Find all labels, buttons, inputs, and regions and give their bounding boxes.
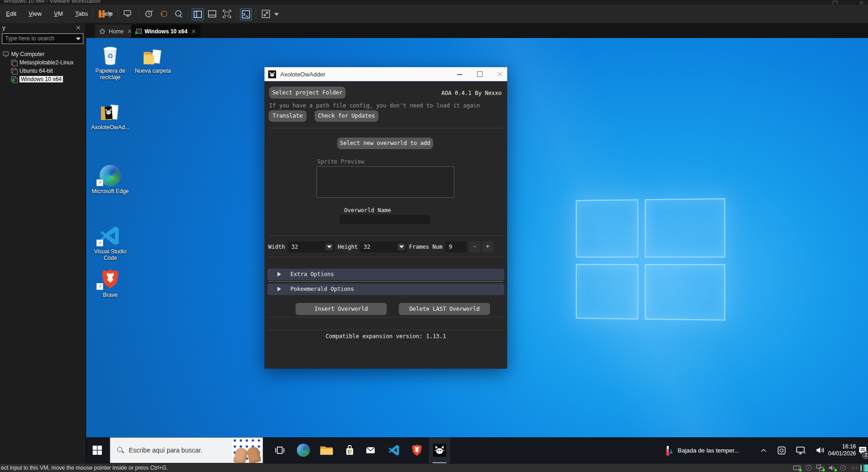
usb-status-icon[interactable] <box>839 465 848 471</box>
console-view-icon[interactable] <box>240 8 252 20</box>
library-header-fragment: y <box>2 24 6 31</box>
desktop-icon-recycle-bin[interactable]: ♻ Papelera de reciclaje <box>90 42 131 81</box>
separator <box>268 257 503 257</box>
close-library-icon[interactable] <box>75 25 81 31</box>
width-combobox[interactable]: 32 <box>288 241 335 252</box>
notification-center-button[interactable]: 2 <box>857 437 868 463</box>
fullscreen-prompt-icon[interactable] <box>863 465 868 472</box>
vmware-tabstrip: Home Windows 10 x64 <box>86 23 868 38</box>
axolote-app-icon <box>268 70 276 78</box>
sidebar-item-metasploitable[interactable]: Metasploitable2-Linux <box>11 58 74 67</box>
restore-window-icon[interactable] <box>833 1 837 5</box>
maximize-icon[interactable] <box>472 67 488 81</box>
taskbar-search-input[interactable]: Escribe aquí para buscar. <box>110 437 263 463</box>
pokeemerald-options-expander[interactable]: Pokeemerald Options <box>267 283 504 295</box>
weather-label: Bajada de las temper... <box>678 447 739 454</box>
desktop-icon-axolote-folder[interactable]: AxoloteOwAd... <box>90 98 131 131</box>
delete-last-overworld-button[interactable]: Delete LAST Overworld <box>399 303 490 315</box>
app-titlebar[interactable]: AxoloteOwAdder <box>264 67 507 81</box>
chevron-down-icon[interactable] <box>108 13 113 15</box>
desktop-icon-label: Microsoft Edge <box>90 188 131 195</box>
take-snapshot-icon[interactable] <box>144 8 155 19</box>
show-library-toggle-icon[interactable] <box>192 8 204 20</box>
menu-view[interactable]: View <box>24 5 47 23</box>
weather-widget[interactable]: Bajada de las temper... <box>664 437 748 463</box>
height-combobox[interactable]: 32 <box>360 241 407 252</box>
frames-num-input[interactable]: 9 <box>445 241 466 252</box>
sidebar-item-windows10[interactable]: Windows 10 x64 <box>11 75 63 83</box>
recycle-glyph: ♻ <box>107 52 113 60</box>
menu-tabs[interactable]: Tabs <box>70 5 93 23</box>
translate-button[interactable]: Translate <box>269 110 307 122</box>
taskbar-axolote-button-active[interactable] <box>429 437 450 463</box>
insert-overworld-button[interactable]: Insert Overworld <box>296 303 387 315</box>
desktop-icon-new-folder[interactable]: Nueva carpeta <box>132 42 173 74</box>
close-tab-icon[interactable] <box>191 29 196 34</box>
task-view-button[interactable] <box>270 437 290 463</box>
desktop-icon-brave[interactable]: ↗ Brave <box>90 266 131 298</box>
taskbar-brave-button[interactable] <box>407 437 427 463</box>
extra-options-expander[interactable]: Extra Options <box>267 269 504 280</box>
chevron-down-icon[interactable] <box>76 38 81 40</box>
select-project-folder-button[interactable]: Select project Folder <box>269 87 346 99</box>
toolbar-separator <box>139 9 139 19</box>
tray-volume-button[interactable] <box>811 437 829 463</box>
tab-home-label: Home <box>109 28 124 35</box>
separator <box>268 281 503 282</box>
sidebar-item-my-computer[interactable]: My Computer <box>3 50 44 58</box>
close-window-icon[interactable] <box>859 0 864 5</box>
show-thumbnail-bar-icon[interactable] <box>207 8 218 19</box>
tab-windows10[interactable]: Windows 10 x64 <box>131 25 201 38</box>
taskbar-explorer-button[interactable] <box>316 437 337 463</box>
vmware-statusbar: ect input to this VM, move the mouse poi… <box>0 463 868 472</box>
chevron-down-icon[interactable] <box>274 13 279 16</box>
frames-decrement-button[interactable]: - <box>469 241 480 252</box>
toolbar-separator <box>118 9 118 19</box>
axolote-folder-icon <box>90 98 131 122</box>
select-new-overworld-button[interactable]: Select new overworld to add <box>337 138 433 149</box>
menu-edit[interactable]: Edit <box>1 5 21 23</box>
taskbar-store-button[interactable] <box>339 437 360 463</box>
taskbar-vscode-button[interactable] <box>384 437 405 463</box>
vm-screen-icon <box>135 29 141 34</box>
tray-expand-button[interactable] <box>757 437 770 463</box>
tray-vmware-tools-button[interactable] <box>773 437 790 463</box>
library-search-input[interactable]: Type here to search <box>2 33 83 44</box>
vscode-icon <box>388 444 400 456</box>
send-ctrl-alt-del-icon[interactable] <box>122 8 133 19</box>
cd-dvd-status-icon[interactable] <box>805 465 813 471</box>
pause-icon <box>102 10 105 18</box>
menu-vm[interactable]: VM <box>49 5 68 23</box>
desktop-icon-vscode[interactable]: ↗ Visual Studio Code <box>90 222 131 261</box>
file-explorer-icon <box>320 445 333 456</box>
close-icon[interactable] <box>492 67 508 81</box>
fullscreen-icon[interactable] <box>221 8 233 19</box>
taskbar-edge-button[interactable] <box>293 437 314 463</box>
chevron-down-icon[interactable] <box>325 243 333 251</box>
taskbar-mail-button[interactable] <box>360 437 381 463</box>
start-button[interactable] <box>86 437 108 463</box>
desktop-icon-edge[interactable]: ↗ Microsoft Edge <box>90 162 131 195</box>
network-adapter-status-icon[interactable] <box>816 465 824 471</box>
taskbar-clock[interactable]: 16:16 04/01/2026 <box>829 437 855 463</box>
brave-icon <box>411 444 423 457</box>
notification-count-badge: 2 <box>862 451 868 459</box>
tab-home[interactable]: Home <box>95 25 137 38</box>
vm-icon <box>11 68 17 74</box>
check-updates-button[interactable]: Check for Updates <box>314 110 378 122</box>
wireless-status-icon[interactable] <box>850 465 859 471</box>
manage-snapshots-icon[interactable] <box>173 8 184 19</box>
stretch-guest-icon[interactable] <box>260 8 271 19</box>
frames-increment-button[interactable]: + <box>482 241 493 252</box>
thermometer-icon <box>664 444 673 457</box>
hard-disk-status-icon[interactable] <box>793 465 801 471</box>
revert-snapshot-icon[interactable] <box>158 8 170 19</box>
sidebar-item-ubuntu[interactable]: Ubuntu 64-bit <box>11 67 53 75</box>
tray-network-button[interactable] <box>792 437 810 463</box>
minimize-icon[interactable] <box>452 67 468 81</box>
overworld-name-input[interactable] <box>340 215 430 224</box>
chevron-down-icon[interactable] <box>397 243 405 251</box>
expander-arrow-icon <box>277 272 281 277</box>
sidebar-item-label: My Computer <box>11 51 44 57</box>
sound-status-icon[interactable] <box>828 465 837 471</box>
